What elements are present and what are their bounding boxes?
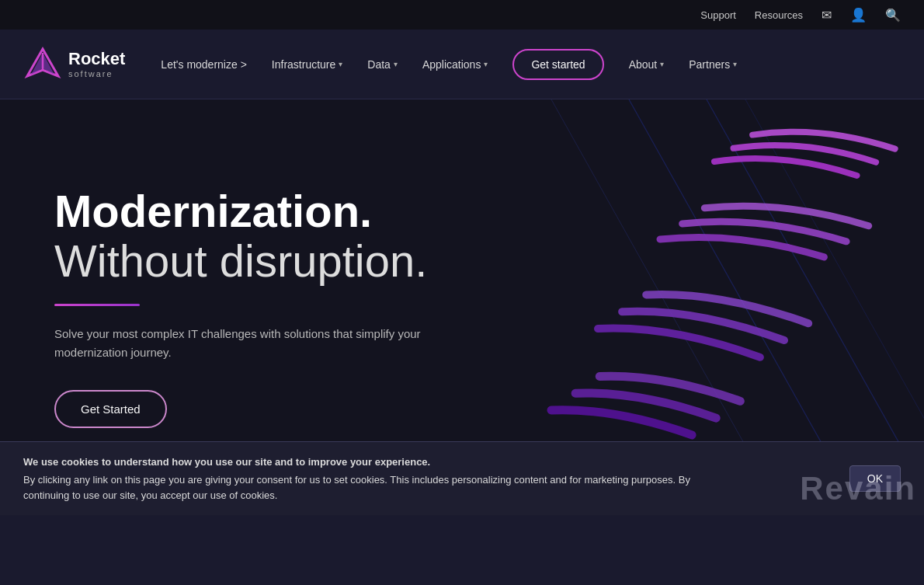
cookie-banner: We use cookies to understand how you use… [0,441,924,516]
logo-sub: software [68,69,125,78]
hero-section: Modernization. Without disruption. Solve… [0,99,924,515]
nav-item-about[interactable]: About ▾ [617,30,677,99]
hero-description: Solve your most complex IT challenges wi… [54,325,427,362]
cookie-bold-text: We use cookies to understand how you use… [23,454,722,470]
user-icon[interactable]: 👤 [850,7,867,23]
nav-item-data[interactable]: Data ▾ [355,30,410,99]
logo[interactable]: Rocket software [23,45,125,84]
hero-divider [54,304,140,306]
nav-items: Let's modernize > Infrastructure ▾ Data … [148,30,901,99]
main-nav: Rocket software Let's modernize > Infras… [0,30,924,99]
mail-icon[interactable]: ✉ [822,8,832,23]
nav-item-modernize[interactable]: Let's modernize > [148,30,259,99]
support-link[interactable]: Support [700,9,736,21]
search-icon[interactable]: 🔍 [885,8,901,23]
get-started-nav-button[interactable]: Get started [512,49,603,80]
hero-cta-button[interactable]: Get Started [54,390,167,428]
chevron-down-icon: ▾ [484,60,488,68]
chevron-down-icon: ▾ [394,60,398,68]
hero-content: Modernization. Without disruption. Solve… [0,140,481,475]
chevron-down-icon: ▾ [339,60,342,68]
chevron-down-icon: ▾ [733,60,737,68]
hero-heading: Modernization. Without disruption. [54,186,427,286]
nav-item-partners[interactable]: Partners ▾ [676,30,749,99]
cookie-text: We use cookies to understand how you use… [23,454,722,503]
logo-name: Rocket [68,50,125,68]
resources-link[interactable]: Resources [755,9,803,21]
nav-item-applications[interactable]: Applications ▾ [410,30,501,99]
cookie-ok-button[interactable]: OK [849,465,901,492]
cookie-body-text: By clicking any link on this page you ar… [23,474,690,501]
utility-bar: Support Resources ✉ 👤 🔍 [0,0,924,30]
nav-item-infrastructure[interactable]: Infrastructure ▾ [259,30,355,99]
chevron-down-icon: ▾ [660,60,664,68]
